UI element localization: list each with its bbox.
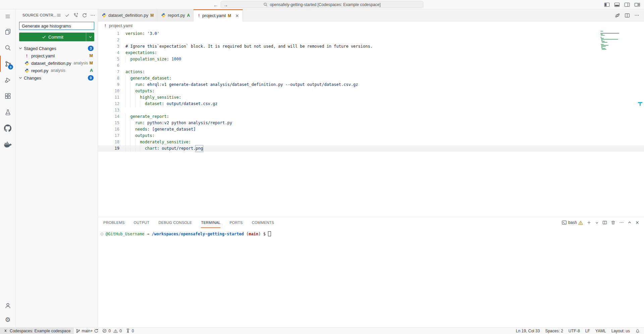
status-item-5[interactable]: Layout: us — [609, 328, 633, 334]
sync-icon[interactable] — [94, 329, 98, 333]
scm-graph-icon[interactable] — [73, 12, 78, 18]
gutter-gap — [119, 126, 125, 133]
toggle-secondary-sidebar-icon[interactable] — [624, 2, 630, 7]
code-token: output/report. — [162, 145, 196, 152]
editor-tab-dataset_definition.py[interactable]: dataset_definition.pyM — [98, 9, 157, 21]
staged-changes-header[interactable]: Staged Changes 3 — [16, 45, 98, 52]
code-line-8[interactable]: 8generate_dataset: — [98, 75, 644, 82]
code-line-2[interactable]: 2 — [98, 37, 644, 43]
command-center[interactable]: opensafely-getting-started [Codespaces: … — [221, 1, 423, 8]
breadcrumb[interactable]: ! project.yaml — [98, 21, 644, 30]
panel-tab-ports[interactable]: PORTS — [229, 217, 243, 228]
code-line-19[interactable]: 19chart: output/report.png — [98, 145, 644, 152]
split-editor-icon[interactable] — [625, 13, 630, 18]
back-button[interactable]: ← — [213, 2, 218, 8]
scm-file-project.yaml[interactable]: !project.yamlM — [16, 52, 98, 59]
maximize-panel-icon[interactable] — [628, 221, 632, 225]
layout-controls — [604, 0, 640, 9]
code-line-11[interactable]: 11highly_sensitive: — [98, 94, 644, 101]
scm-file-report.py[interactable]: report.pyanalysisA — [16, 67, 98, 74]
code-line-5[interactable]: 5population_size: 1000 — [98, 56, 644, 62]
panel-actions: bash — [562, 217, 644, 228]
panel-tab-terminal[interactable]: TERMINAL — [201, 217, 220, 228]
account-button[interactable] — [0, 298, 15, 313]
editor-tab-report.py[interactable]: report.pyA — [157, 9, 194, 21]
panel-tab-problems[interactable]: PROBLEMS — [103, 217, 125, 228]
toggle-panel-icon[interactable] — [614, 2, 620, 7]
notifications-button[interactable] — [633, 328, 644, 334]
more-actions-icon[interactable] — [634, 13, 639, 18]
code-line-16[interactable]: 16needs: [generate_dataset] — [98, 126, 644, 133]
commit-button[interactable]: Commit — [19, 33, 94, 41]
code-line-3[interactable]: 3# Ignore this`expectation` block. It is… — [98, 43, 644, 50]
code-line-18[interactable]: 18moderately_sensitive: — [98, 139, 644, 145]
code-line-14[interactable]: 14generate_report: — [98, 113, 644, 120]
terminal-view[interactable]: @GitHub_Username → /workspaces/opensafel… — [98, 228, 644, 237]
kill-terminal-icon[interactable] — [611, 220, 615, 225]
python-file-icon — [102, 13, 106, 17]
code-token: outputs — [135, 133, 152, 139]
new-terminal-icon[interactable] — [587, 220, 591, 225]
view-list-icon[interactable] — [56, 13, 61, 18]
status-item-2[interactable]: UTF-8 — [566, 328, 583, 334]
close-icon[interactable] — [235, 14, 239, 18]
commit-message-input[interactable]: Generate age histograms — [19, 22, 94, 30]
code-editor[interactable]: 1version: '3.0'23# Ignore this`expectati… — [98, 30, 644, 217]
code-token: population_size — [130, 56, 166, 62]
ports-status[interactable]: 0 — [124, 328, 136, 334]
more-actions-icon[interactable] — [90, 13, 95, 18]
close-panel-icon[interactable] — [635, 221, 639, 225]
code-line-7[interactable]: 7actions: — [98, 69, 644, 75]
sidebar-item-explorer[interactable] — [0, 23, 15, 40]
branch-status[interactable]: main+ — [74, 328, 100, 334]
code-line-10[interactable]: 10outputs: — [98, 88, 644, 94]
sidebar-item-testing[interactable] — [0, 104, 15, 120]
sidebar-item-extensions[interactable] — [0, 88, 15, 104]
changes-header[interactable]: Changes 0 — [16, 74, 98, 82]
code-line-1[interactable]: 1version: '3.0' — [98, 31, 644, 37]
refresh-icon[interactable] — [82, 13, 87, 18]
open-changes-icon[interactable] — [615, 13, 620, 18]
remote-indicator[interactable]: Codespaces: Example codespace — [0, 328, 74, 334]
indent-guide — [125, 145, 130, 152]
code-line-12[interactable]: 12dataset: output/dataset.csv.gz — [98, 101, 644, 107]
minimap[interactable] — [600, 31, 634, 50]
menu-button[interactable] — [0, 9, 15, 23]
sidebar-item-search[interactable] — [0, 40, 15, 56]
panel-tab-debug-console[interactable]: DEBUG CONSOLE — [159, 217, 192, 228]
panel-tab-output[interactable]: OUTPUT — [134, 217, 150, 228]
code-line-15[interactable]: 15run: python:v2 python analysis/report.… — [98, 120, 644, 126]
terminal-dropdown-icon[interactable] — [595, 221, 599, 225]
code-line-17[interactable]: 17outputs: — [98, 133, 644, 139]
commit-dropdown[interactable] — [86, 33, 94, 41]
toggle-sidebar-icon[interactable] — [604, 2, 610, 7]
code-line-6[interactable]: 6 — [98, 62, 644, 69]
gear-icon: ⚙ — [5, 317, 10, 323]
status-item-3[interactable]: LF — [583, 328, 593, 334]
sidebar-item-run-debug[interactable] — [0, 72, 15, 88]
editor-tab-project.yaml[interactable]: !project.yamlM — [194, 9, 243, 21]
sidebar-item-docker[interactable] — [0, 136, 15, 152]
panel-more-icon[interactable] — [619, 220, 624, 225]
code-line-4[interactable]: 4expectations: — [98, 50, 644, 56]
commit-check-icon[interactable] — [65, 13, 70, 18]
panel-tab-comments[interactable]: COMMENTS — [252, 217, 274, 228]
tab-label: dataset_definition.py — [108, 13, 148, 18]
status-item-0[interactable]: Ln 19, Col 33 — [513, 328, 542, 334]
status-item-1[interactable]: Spaces: 2 — [542, 328, 566, 334]
code-line-13[interactable]: 13 — [98, 107, 644, 113]
terminal-shell-chip[interactable]: bash — [562, 220, 583, 225]
code-line-9[interactable]: 9run: ehrql:v1 generate-dataset analysis… — [98, 82, 644, 88]
forward-button[interactable]: → — [223, 2, 228, 8]
split-terminal-icon[interactable] — [602, 220, 607, 225]
scm-file-dataset_definition.py[interactable]: dataset_definition.pyanalysisM — [16, 59, 98, 67]
indent-guide — [125, 56, 130, 62]
settings-button[interactable]: ⚙ — [0, 313, 15, 327]
status-item-4[interactable]: YAML — [593, 328, 609, 334]
sidebar-item-source-control[interactable]: 3 — [0, 56, 15, 72]
problems-status[interactable]: 0 0 — [100, 328, 123, 334]
bell-icon — [635, 329, 640, 333]
indent-guide — [130, 88, 135, 94]
customize-layout-icon[interactable] — [634, 2, 640, 7]
sidebar-item-github[interactable] — [0, 120, 15, 136]
